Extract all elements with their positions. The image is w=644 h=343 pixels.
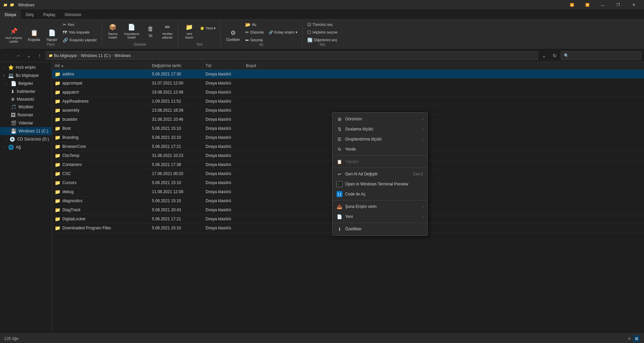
context-menu-item[interactable]: 📤 Şuna Erişim verin ›	[332, 202, 427, 212]
file-size-cell	[243, 127, 270, 129]
yeni-klasor-button[interactable]: 📁 Yeniklasör	[181, 21, 197, 41]
ctx-item-left: 📋 Yapıştır	[336, 159, 359, 165]
file-type-cell: Dosya klasörü	[203, 80, 243, 87]
rename-label: Yenidenadlandır	[162, 32, 173, 40]
paste-icon: 📄	[48, 29, 56, 37]
ctx-arrow-icon: ›	[422, 127, 423, 131]
folder-icon: 📁	[55, 171, 60, 176]
search-box[interactable]: 🔍	[561, 51, 641, 60]
sidebar-item-cd-drive[interactable]: › 💿 CD Sürücüsü (D:)	[0, 135, 52, 143]
ac-button[interactable]: 📂 Aç	[243, 21, 266, 28]
tab-dosya[interactable]: Dosya	[0, 10, 21, 19]
sidebar-item-network[interactable]: › 🌐 Ağ	[0, 143, 52, 151]
table-row[interactable]: 📁 AppReadiness 1.09.2021 11:52 Dosya kla…	[52, 97, 644, 106]
folder-icon: 📁	[55, 90, 60, 95]
file-date-cell: 5.08.2021 20:43	[149, 207, 203, 213]
sort-icon: ⇅	[336, 126, 342, 132]
file-size-cell	[243, 109, 270, 111]
file-name-cell: 📁 DiagTrack	[52, 206, 149, 214]
kes-button[interactable]: ✂ Kes	[61, 21, 99, 28]
tab-gorunum[interactable]: Görünüm	[60, 10, 86, 19]
file-name: DiagTrack	[62, 208, 80, 212]
duzenle-btn-label: Düzenle	[250, 30, 264, 34]
hicbirini-secme-button[interactable]: ☐ Hiçbirini seçme	[305, 28, 340, 36]
tab-paylas[interactable]: Paylaş	[39, 10, 60, 19]
rename-icon: ✏	[163, 23, 171, 31]
file-size-cell	[243, 209, 270, 211]
sidebar-item-resimler[interactable]: 🖼 Resimler	[0, 111, 52, 119]
sidebar-item-indirilenler[interactable]: ⬇ İndirilenler	[0, 88, 52, 96]
context-menu-item[interactable]: 📄 Yeni ›	[332, 212, 427, 222]
context-menu-separator	[332, 223, 427, 223]
context-menu-item[interactable]: ℹ Özellikler	[332, 224, 427, 234]
sidebar-item-quick-access[interactable]: › ⭐ Hızlı erişim	[0, 63, 52, 71]
col-header-name[interactable]: Ad ▲	[52, 62, 149, 69]
yolu-kopyala-label: Yolu kopyala	[68, 30, 89, 34]
close-button[interactable]: ✕	[626, 0, 641, 10]
sidebar-item-masaustu[interactable]: 🖥 Masaüstü	[0, 96, 52, 103]
context-menu-item[interactable]: ☰ Gruplandırma ölçütü ›	[332, 134, 427, 144]
pin-icon: 📌	[10, 27, 18, 35]
yapistir-button[interactable]: 📄 Yapıştır	[44, 25, 60, 45]
new-icon: 📄	[336, 214, 342, 220]
ctx-item-left: 📤 Şuna Erişim verin	[336, 204, 377, 210]
invert-select-icon: 🔄	[307, 38, 313, 43]
ozellikler-button[interactable]: ⚙ Özellikler	[223, 25, 243, 45]
yeni-dropdown-button[interactable]: ⭐ Yeni ▾	[198, 24, 218, 32]
file-name: assembly	[62, 108, 79, 113]
sidebar-item-belgeler[interactable]: › 📄 Belgeler	[0, 79, 52, 88]
tab-giris[interactable]: Giriş	[21, 10, 39, 19]
ctx-item-label: Yenile	[345, 147, 356, 152]
col-header-size[interactable]: Boyut	[243, 62, 270, 69]
kopyala-button[interactable]: 📋 Kopyala	[25, 25, 43, 45]
list-view-button[interactable]: ≡	[626, 335, 633, 342]
table-row[interactable]: 📁 appcompat 31.07.2021 12:00 Dosya klasö…	[52, 79, 644, 88]
address-dropdown-button[interactable]: ⌄	[539, 51, 549, 60]
breadcrumb-windows[interactable]: Windows	[114, 53, 131, 58]
context-menu-item[interactable]: ⇅ Sıralama ölçütü ›	[332, 124, 427, 134]
kolay-erisim-button[interactable]: 🔗 Kolay erişim ▾	[267, 28, 300, 36]
context-menu-item[interactable]: ↻ Yenile	[332, 144, 427, 154]
sidebar-windows11-label: Windows 11 (C:)	[18, 129, 48, 133]
sidebar-cd-label: CD Sürücüsü (D:)	[17, 137, 49, 141]
file-size-cell	[243, 182, 270, 184]
table-row[interactable]: 📁 apppatch 19.08.2021 12:48 Dosya klasör…	[52, 88, 644, 97]
grid-view-button[interactable]: ⊞	[633, 335, 640, 342]
context-menu-item[interactable]: { } Code ile Aç	[332, 189, 427, 199]
maximize-button[interactable]: ❐	[610, 0, 626, 10]
pictures-icon: 🖼	[11, 112, 15, 118]
sil-button[interactable]: 🗑 Sil	[143, 21, 159, 41]
minimize-button[interactable]: —	[595, 0, 610, 10]
select-all-icon: ☑	[307, 22, 311, 27]
file-name-cell: 📁 assembly	[52, 107, 149, 114]
chevron-down-icon[interactable]: 🔽	[580, 0, 595, 10]
hizli-erisime-sabitle-button[interactable]: 📌 Hızlı erişimesabitle	[3, 25, 25, 45]
chevron-up-icon[interactable]: 🔼	[564, 0, 580, 10]
yeniden-adlandir-button[interactable]: ✏ Yenidenadlandır	[159, 21, 176, 41]
tumunu-sec-button[interactable]: ☑ Tümünü seç	[305, 21, 340, 28]
context-menu-item[interactable]: ⊞ Görünüm ›	[332, 114, 427, 124]
tasima-hedefi-button[interactable]: 📦 Taşımahedefi	[105, 21, 121, 41]
sidebar-item-windows11[interactable]: › 💾 Windows 11 (C:)	[0, 127, 52, 135]
yapistir-label: Yapıştır	[46, 38, 58, 42]
col-header-date[interactable]: Değiştirme tarihi	[149, 62, 203, 69]
table-row[interactable]: 📁 addins 5.06.2021 17:30 Dosya klasörü	[52, 70, 644, 79]
sidebar-item-muzikler[interactable]: 🎵 Müzikler	[0, 103, 52, 111]
file-name: Containers	[62, 162, 82, 167]
context-menu-item[interactable]: ↩ Geri Al Ad Değiştir Ctrl+Z	[332, 169, 427, 179]
sidebar-item-this-pc[interactable]: ∨ 💻 Bu bilgisayar	[0, 71, 52, 79]
col-header-type[interactable]: Tür	[203, 62, 243, 69]
duzenle-button[interactable]: ✏ Düzenle	[243, 28, 266, 36]
file-date-cell: 5.06.2021 17:21	[149, 216, 203, 222]
file-name-cell: 📁 addins	[52, 70, 149, 78]
file-name: CbsTemp	[62, 153, 79, 158]
yolu-kopyala-button[interactable]: 🗺 Yolu kopyala	[61, 28, 99, 36]
file-name-cell: 📁 AppReadiness	[52, 98, 149, 105]
file-size-cell	[243, 200, 270, 202]
kopyalama-hedefi-button[interactable]: 📄 Kopyalamahedefi	[121, 21, 142, 41]
context-menu-item[interactable]: >_ Open in Windows Terminal Preview	[332, 179, 427, 189]
refresh-button[interactable]: ↻	[550, 51, 559, 60]
file-date-cell: 5.06.2021 15:10	[149, 134, 203, 141]
ctx-arrow-icon: ›	[422, 205, 423, 209]
sidebar-item-videolar[interactable]: 🎬 Videolar	[0, 119, 52, 127]
